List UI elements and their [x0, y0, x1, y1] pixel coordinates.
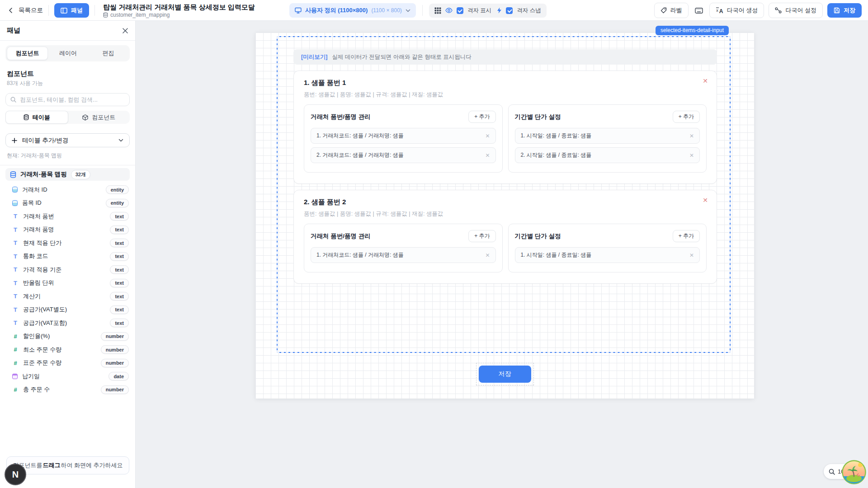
- panel-title: 패널: [7, 26, 20, 35]
- grid-show-checkbox[interactable]: [457, 7, 463, 14]
- item-remove-icon[interactable]: ✕: [485, 253, 490, 258]
- tab-components[interactable]: 컴포넌트: [7, 47, 48, 60]
- table-group-header[interactable]: 거래처-품목 맵핑 32개: [5, 168, 130, 181]
- save-button-selection[interactable]: 저장: [476, 363, 534, 385]
- i18n-settings-button[interactable]: 다국어 설정: [769, 3, 823, 18]
- panel-item-text: 1. 거래처코드: 샘플 / 거래처명: 샘플: [316, 251, 404, 259]
- field-row[interactable]: 공급가(VAT포함) text: [0, 316, 135, 330]
- save-button[interactable]: 저장: [827, 3, 862, 18]
- field-type-badge: text: [110, 252, 129, 261]
- card-close-icon[interactable]: ✕: [703, 197, 708, 203]
- save-floppy-icon: [834, 7, 840, 14]
- field-label: 총 주문 수: [23, 385, 101, 394]
- number-icon: [12, 386, 19, 393]
- field-type-badge: text: [110, 319, 129, 327]
- item-remove-icon[interactable]: ✕: [485, 153, 490, 158]
- item-remove-icon[interactable]: ✕: [689, 133, 694, 139]
- sample-item-card: ✕ 1. 샘플 품번 1 품번: 샘플값 | 품명: 샘플값 | 규격: 샘플값…: [293, 70, 717, 184]
- card-close-icon[interactable]: ✕: [703, 78, 708, 84]
- label-button[interactable]: 라벨: [654, 3, 689, 18]
- screen-size-dropdown[interactable]: 사용자 정의 (1100×800) (1100 × 800): [289, 3, 416, 18]
- field-type-badge: text: [110, 292, 129, 300]
- i18n-generate-button[interactable]: xA 다국어 생성: [709, 3, 764, 18]
- island-badge[interactable]: [842, 460, 866, 484]
- modal-save-button[interactable]: 저장: [479, 366, 531, 383]
- components-section-title: 컴포넌트: [7, 70, 128, 78]
- artboard[interactable]: selected-items-detail-input [미리보기] 실제 데이…: [255, 33, 754, 399]
- grid-snap-label[interactable]: 격자 스냅: [517, 7, 541, 14]
- text-icon: [12, 293, 19, 300]
- field-type-badge: entity: [106, 185, 129, 194]
- add-table-button[interactable]: 테이블 추가/변경: [5, 133, 130, 147]
- card-sub-panel: 기간별 단가 설정 + 추가 1. 시작일: 샘플 / 종료일: 샘플 ✕ 2.…: [508, 104, 707, 173]
- field-row[interactable]: 거래처 품명 text: [0, 223, 135, 237]
- panel-add-button[interactable]: + 추가: [673, 111, 700, 123]
- card-panels: 거래처 품번/품명 관리 + 추가 1. 거래처코드: 샘플 / 거래처명: 샘…: [304, 224, 707, 272]
- keyboard-shortcuts-button[interactable]: [693, 6, 705, 15]
- source-toggle: 테이블 컴포넌트: [5, 111, 130, 124]
- selected-component[interactable]: selected-items-detail-input [미리보기] 실제 데이…: [277, 36, 731, 353]
- database-icon: [10, 171, 16, 178]
- field-label: 품목 ID: [22, 199, 106, 207]
- database-icon: [24, 114, 29, 120]
- svg-text:x: x: [716, 8, 718, 13]
- plus-icon: [12, 138, 17, 143]
- grid-snap-checkbox[interactable]: [506, 7, 513, 14]
- panel-item: 1. 거래처코드: 샘플 / 거래처명: 샘플 ✕: [311, 247, 496, 263]
- field-label: 통화 코드: [23, 252, 110, 260]
- search-input[interactable]: [20, 96, 125, 103]
- divider: [0, 165, 135, 165]
- item-remove-icon[interactable]: ✕: [485, 133, 490, 139]
- panel-toggle-button[interactable]: 패널: [54, 3, 89, 18]
- panel-add-button[interactable]: + 추가: [468, 111, 495, 123]
- field-row[interactable]: 표준 주문 수량 number: [0, 357, 135, 370]
- source-tab-tables[interactable]: 테이블: [5, 111, 68, 124]
- close-icon[interactable]: [122, 28, 128, 34]
- field-row[interactable]: 반올림 단위 text: [0, 277, 135, 290]
- lightning-icon: [497, 7, 502, 14]
- monitor-icon: [295, 7, 302, 14]
- back-label[interactable]: 목록으로: [19, 6, 43, 14]
- component-panel: 패널 컴포넌트 레이어 편집 컴포넌트 83개 사용 가능 테이블 컴포넌트: [0, 21, 136, 488]
- field-row[interactable]: 납기일 date: [0, 370, 135, 383]
- tab-layers[interactable]: 레이어: [48, 47, 88, 60]
- back-to-list-button[interactable]: 목록으로: [7, 6, 43, 14]
- field-type-badge: number: [101, 359, 129, 367]
- field-row[interactable]: 가격 적용 기준 text: [0, 263, 135, 277]
- card-title: 1. 샘플 품번 1: [304, 79, 707, 87]
- field-row[interactable]: 계산기 text: [0, 290, 135, 303]
- sample-item-card: ✕ 2. 샘플 품번 2 품번: 샘플값 | 품명: 샘플값 | 규격: 샘플값…: [293, 190, 717, 284]
- field-row[interactable]: 품목 ID entity: [0, 197, 135, 210]
- field-row[interactable]: 할인율(%) number: [0, 330, 135, 343]
- field-row[interactable]: 최소 주문 수량 number: [0, 343, 135, 357]
- panel-item-text: 1. 거래처코드: 샘플 / 거래처명: 샘플: [316, 132, 404, 140]
- item-remove-icon[interactable]: ✕: [689, 253, 694, 258]
- tab-edit[interactable]: 편집: [88, 47, 128, 60]
- field-row[interactable]: 총 주문 수 number: [0, 383, 135, 397]
- field-label: 공급가(VAT포함): [23, 319, 110, 327]
- design-canvas[interactable]: selected-items-detail-input [미리보기] 실제 데이…: [136, 21, 868, 488]
- panel-add-button[interactable]: + 추가: [468, 230, 495, 242]
- field-label: 계산기: [23, 292, 110, 300]
- grid-show-label[interactable]: 격자 표시: [467, 7, 491, 14]
- panel-add-button[interactable]: + 추가: [673, 230, 700, 242]
- table-group-name: 거래처-품목 맵핑: [20, 170, 67, 178]
- field-row[interactable]: 현재 적용 단가 text: [0, 236, 135, 250]
- panel-items: 1. 시작일: 샘플 / 종료일: 샘플 ✕ 2. 시작일: 샘플 / 종료일:…: [515, 128, 700, 163]
- item-remove-icon[interactable]: ✕: [689, 153, 694, 158]
- table-subtitle: customer_item_mapping: [110, 12, 170, 18]
- field-label: 할인율(%): [23, 332, 101, 340]
- field-label: 표준 주문 수량: [23, 359, 101, 367]
- field-row[interactable]: 거래처 품번 text: [0, 210, 135, 223]
- app-logo[interactable]: N: [5, 464, 26, 485]
- panel-item-text: 2. 거래처코드: 샘플 / 거래처명: 샘플: [316, 151, 404, 159]
- field-row[interactable]: 통화 코드 text: [0, 250, 135, 263]
- entity-icon: [12, 187, 18, 192]
- field-row[interactable]: 거래처 ID entity: [0, 183, 135, 197]
- component-search[interactable]: [5, 93, 130, 106]
- back-arrow-icon: [7, 7, 14, 14]
- source-tab-components[interactable]: 컴포넌트: [68, 111, 130, 124]
- field-type-badge: text: [110, 265, 129, 274]
- eye-icon[interactable]: [445, 8, 453, 13]
- field-row[interactable]: 공급가(VAT별도) text: [0, 303, 135, 317]
